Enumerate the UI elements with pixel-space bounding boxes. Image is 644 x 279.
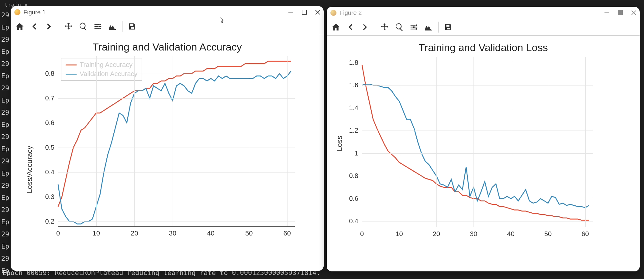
zoom-button[interactable] xyxy=(77,20,90,33)
home-button[interactable] xyxy=(329,20,343,34)
home-icon xyxy=(331,23,340,32)
edit-button[interactable] xyxy=(422,20,435,34)
close-button[interactable] xyxy=(315,10,320,15)
configure-icon xyxy=(409,23,418,32)
matplotlib-icon xyxy=(330,10,336,16)
forward-button[interactable] xyxy=(42,20,56,33)
back-button[interactable] xyxy=(28,20,41,33)
pan-icon xyxy=(380,23,389,32)
home-icon xyxy=(15,22,24,31)
figure-1-title: Figure 1 xyxy=(23,9,46,16)
back-icon xyxy=(30,22,39,31)
chart-1-title: Training and Validation Accuracy xyxy=(11,41,324,53)
minimize-button[interactable] xyxy=(604,10,609,15)
figure-2-titlebar[interactable]: Figure 2 xyxy=(327,7,640,19)
edit-icon xyxy=(424,23,433,32)
forward-icon xyxy=(44,22,53,31)
figure-1-window: Figure 1 Training and Validation Accurac… xyxy=(11,6,324,271)
pan-button[interactable] xyxy=(62,20,75,33)
close-button[interactable] xyxy=(631,10,636,15)
maximize-button[interactable] xyxy=(618,10,623,15)
configure-button[interactable] xyxy=(407,20,421,34)
figure-2-title: Figure 2 xyxy=(339,9,362,16)
mouse-cursor xyxy=(220,17,225,24)
figure-1-toolbar xyxy=(11,18,324,35)
chart-1-axes[interactable]: Training Accuracy Validation Accuracy 01… xyxy=(58,56,295,227)
save-button[interactable] xyxy=(126,20,139,33)
configure-button[interactable] xyxy=(91,20,105,33)
figure-2-window: Figure 2 Training and Validation Loss Lo… xyxy=(327,7,640,271)
figure-2-plot-area[interactable]: Training and Validation Loss Loss 010203… xyxy=(327,36,640,271)
edit-icon xyxy=(108,22,117,31)
back-button[interactable] xyxy=(344,20,357,34)
zoom-button[interactable] xyxy=(393,20,406,34)
maximize-button[interactable] xyxy=(302,10,307,15)
zoom-icon xyxy=(79,22,88,31)
chart-2-title: Training and Validation Loss xyxy=(327,42,640,54)
minimize-button[interactable] xyxy=(288,10,293,15)
chart-1-ylabel: Loss/Accuracy xyxy=(25,146,34,193)
forward-icon xyxy=(360,23,370,32)
configure-icon xyxy=(93,22,102,31)
pan-icon xyxy=(64,22,73,31)
figure-2-toolbar xyxy=(327,19,640,36)
series-validation-loss xyxy=(362,84,589,208)
series-training-accuracy xyxy=(58,61,291,207)
matplotlib-icon xyxy=(14,9,20,15)
back-icon xyxy=(346,23,355,32)
chart-1-legend: Training Accuracy Validation Accuracy xyxy=(61,58,142,81)
pan-button[interactable] xyxy=(378,20,391,34)
figure-1-plot-area[interactable]: Training and Validation Accuracy Loss/Ac… xyxy=(11,35,324,271)
chart-2-ylabel: Loss xyxy=(335,136,344,151)
save-button[interactable] xyxy=(442,20,455,34)
edit-button[interactable] xyxy=(106,20,119,33)
chart-2-axes[interactable]: 01020304050600.40.60.811.21.41.61.8 xyxy=(362,57,593,227)
forward-button[interactable] xyxy=(358,20,372,34)
save-icon xyxy=(444,23,453,32)
save-icon xyxy=(128,22,137,31)
home-button[interactable] xyxy=(13,20,26,33)
zoom-icon xyxy=(395,23,404,32)
figure-1-titlebar[interactable]: Figure 1 xyxy=(11,6,324,18)
